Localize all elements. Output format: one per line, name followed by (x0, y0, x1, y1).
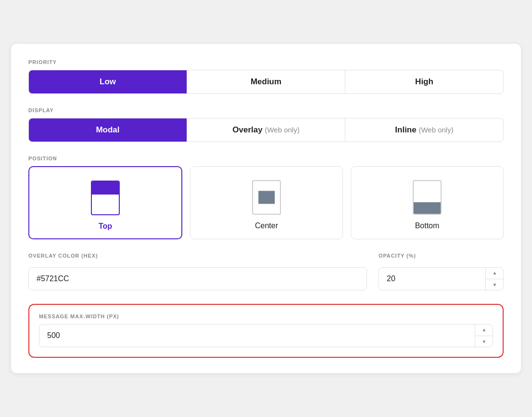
priority-high-label: High (415, 77, 433, 86)
display-section: DISPLAY Modal Overlay (Web only) Inline … (28, 107, 504, 142)
max-width-input[interactable] (39, 324, 493, 347)
display-inline-button[interactable]: Inline (Web only) (345, 118, 503, 142)
display-modal-label: Modal (96, 125, 119, 134)
position-bottom-label: Bottom (415, 222, 440, 230)
display-modal-button[interactable]: Modal (29, 118, 187, 142)
max-width-spinner-wrap: ▲ ▼ (39, 324, 493, 347)
max-width-increment-button[interactable]: ▲ (475, 324, 493, 336)
overlay-color-label: OVERLAY COLOR (HEX) (28, 253, 367, 259)
priority-medium-label: Medium (251, 77, 281, 86)
position-top-card[interactable]: Top (28, 166, 182, 239)
position-bottom-fill (414, 202, 441, 214)
priority-high-button[interactable]: High (345, 70, 503, 93)
display-inline-label: Inline (395, 125, 416, 134)
opacity-decrement-button[interactable]: ▼ (486, 279, 504, 291)
opacity-increment-button[interactable]: ▲ (486, 267, 504, 279)
position-center-card[interactable]: Center (190, 166, 343, 239)
position-label: POSITION (28, 156, 504, 161)
max-width-section: MESSAGE MAX-WIDTH (PX) ▲ ▼ (28, 304, 504, 358)
priority-control: Low Medium High (28, 70, 504, 94)
position-top-icon (91, 181, 120, 215)
priority-section: PRIORITY Low Medium High (28, 59, 504, 94)
opacity-input[interactable] (379, 267, 504, 290)
priority-low-label: Low (100, 77, 116, 86)
overlay-color-group: OVERLAY COLOR (HEX) (28, 253, 367, 290)
max-width-decrement-button[interactable]: ▼ (475, 336, 493, 348)
opacity-spinner-wrap: ▲ ▼ (379, 267, 504, 290)
display-label: DISPLAY (28, 107, 504, 113)
position-center-fill (258, 191, 275, 204)
priority-medium-button[interactable]: Medium (187, 70, 345, 93)
display-control: Modal Overlay (Web only) Inline (Web onl… (28, 118, 504, 142)
position-bottom-card[interactable]: Bottom (351, 166, 504, 239)
priority-label: PRIORITY (28, 59, 504, 65)
settings-panel: PRIORITY Low Medium High DISPLAY Modal O… (11, 44, 521, 373)
position-top-fill (92, 182, 119, 195)
position-top-label: Top (99, 222, 112, 231)
color-opacity-row: OVERLAY COLOR (HEX) OPACITY (%) ▲ ▼ (28, 253, 504, 290)
overlay-color-input[interactable] (28, 267, 367, 290)
max-width-spinner-buttons: ▲ ▼ (475, 324, 493, 347)
priority-low-button[interactable]: Low (29, 70, 187, 93)
max-width-label: MESSAGE MAX-WIDTH (PX) (39, 313, 493, 319)
position-section: POSITION Top Center Bottom (28, 156, 504, 239)
position-grid: Top Center Bottom (28, 166, 504, 239)
opacity-spinner-buttons: ▲ ▼ (485, 267, 504, 290)
position-center-icon (252, 180, 281, 215)
display-inline-sub: (Web only) (418, 126, 453, 134)
display-overlay-button[interactable]: Overlay (Web only) (187, 118, 345, 142)
opacity-group: OPACITY (%) ▲ ▼ (379, 253, 504, 290)
opacity-label: OPACITY (%) (379, 253, 504, 259)
display-overlay-sub: (Web only) (265, 126, 299, 134)
position-center-label: Center (255, 222, 278, 230)
display-overlay-label: Overlay (232, 125, 262, 134)
position-bottom-icon (413, 180, 442, 215)
